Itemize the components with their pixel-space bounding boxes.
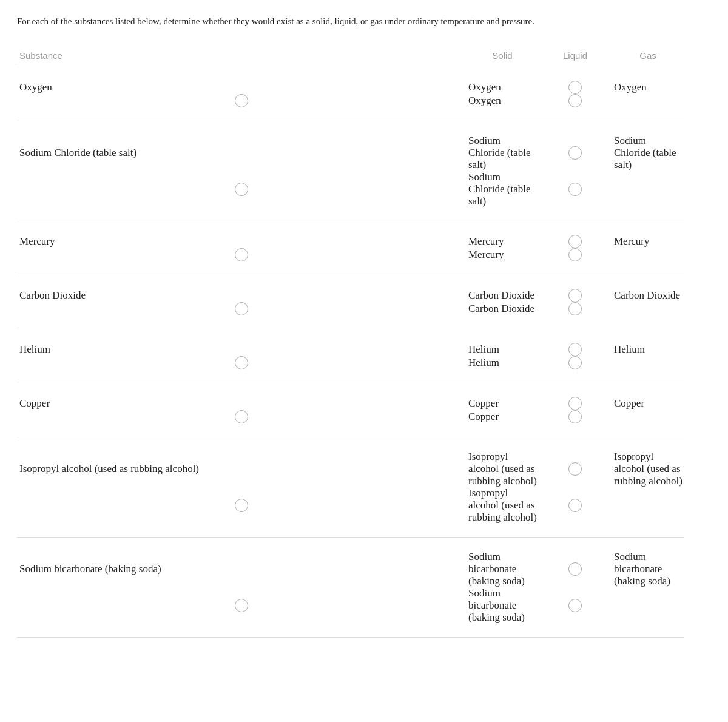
radio-cell-carbon-dioxide-liquid — [17, 302, 466, 315]
radio-cell-sodium-chloride-liquid — [17, 183, 466, 196]
radio-isopropyl-alcohol-gas[interactable] — [568, 499, 582, 512]
substance-name-sodium-bicarbonate: Sodium bicarbonate (baking soda) — [466, 587, 539, 624]
radio-cell-isopropyl-alcohol-liquid — [17, 499, 466, 512]
col-header-gas: Gas — [612, 50, 684, 61]
table-row-sodium-bicarbonate: Sodium bicarbonate (baking soda)Sodium b… — [17, 538, 684, 638]
radio-cell-helium-liquid — [17, 356, 466, 369]
radio-cell-copper-gas — [539, 410, 612, 423]
substance-name-mercury: Mercury — [17, 235, 466, 248]
substance-name-sodium-chloride: Sodium Chloride (table salt) — [466, 135, 539, 171]
table-header: Substance Solid Liquid Gas — [17, 46, 684, 67]
radio-carbon-dioxide-gas[interactable] — [568, 302, 582, 315]
table-row-mercury: MercuryMercuryMercuryMercury — [17, 221, 684, 275]
table-row-carbon-dioxide: Carbon DioxideCarbon DioxideCarbon Dioxi… — [17, 275, 684, 329]
substance-name-sodium-chloride: Sodium Chloride (table salt) — [466, 171, 539, 207]
substance-name-helium: Helium — [17, 343, 466, 356]
radio-cell-mercury-gas — [539, 248, 612, 261]
substance-name-oxygen: Oxygen — [466, 81, 539, 93]
radio-helium-gas[interactable] — [568, 356, 582, 369]
col-header-liquid: Liquid — [539, 50, 612, 61]
substance-name-isopropyl-alcohol: Isopropyl alcohol (used as rubbing alcoh… — [17, 463, 466, 475]
substance-name-copper: Copper — [466, 397, 539, 410]
substance-name-carbon-dioxide: Carbon Dioxide — [466, 289, 539, 302]
radio-cell-helium-solid — [539, 343, 612, 356]
radio-oxygen-gas[interactable] — [568, 94, 582, 107]
radio-cell-mercury-liquid — [17, 248, 466, 261]
radio-sodium-chloride-solid[interactable] — [568, 146, 582, 160]
radio-cell-isopropyl-alcohol-gas — [539, 499, 612, 512]
substance-name-isopropyl-alcohol: Isopropyl alcohol (used as rubbing alcoh… — [466, 487, 539, 524]
substance-name-sodium-chloride: Sodium Chloride (table salt) — [17, 147, 466, 159]
radio-carbon-dioxide-liquid[interactable] — [235, 302, 248, 315]
col-header-solid: Solid — [466, 50, 539, 61]
radio-sodium-chloride-liquid[interactable] — [235, 183, 248, 196]
radio-mercury-gas[interactable] — [568, 248, 582, 261]
radio-cell-oxygen-solid — [539, 81, 612, 94]
substance-name-isopropyl-alcohol: Isopropyl alcohol (used as rubbing alcoh… — [466, 451, 539, 487]
table-row-sodium-chloride: Sodium Chloride (table salt)Sodium Chlor… — [17, 121, 684, 221]
radio-copper-liquid[interactable] — [235, 410, 248, 423]
radio-copper-gas[interactable] — [568, 410, 582, 423]
table-row-copper: CopperCopperCopperCopper — [17, 383, 684, 437]
radio-cell-copper-solid — [539, 397, 612, 410]
substance-table: Substance Solid Liquid Gas OxygenOxygenO… — [17, 46, 684, 638]
substance-name-isopropyl-alcohol: Isopropyl alcohol (used as rubbing alcoh… — [612, 451, 684, 487]
substance-name-sodium-bicarbonate: Sodium bicarbonate (baking soda) — [17, 563, 466, 575]
table-row-isopropyl-alcohol: Isopropyl alcohol (used as rubbing alcoh… — [17, 437, 684, 538]
radio-cell-sodium-bicarbonate-gas — [539, 599, 612, 612]
radio-helium-solid[interactable] — [568, 343, 582, 356]
radio-helium-liquid[interactable] — [235, 356, 248, 369]
radio-cell-helium-gas — [539, 356, 612, 369]
radio-mercury-liquid[interactable] — [235, 248, 248, 261]
substance-name-carbon-dioxide: Carbon Dioxide — [17, 289, 466, 302]
radio-sodium-bicarbonate-gas[interactable] — [568, 599, 582, 612]
radio-cell-sodium-bicarbonate-liquid — [17, 599, 466, 612]
substance-name-copper: Copper — [612, 397, 684, 410]
substance-name-carbon-dioxide: Carbon Dioxide — [466, 303, 539, 315]
radio-sodium-bicarbonate-liquid[interactable] — [235, 599, 248, 612]
substance-name-oxygen: Oxygen — [17, 81, 466, 93]
substance-name-mercury: Mercury — [466, 235, 539, 248]
substance-name-copper: Copper — [17, 397, 466, 410]
substance-name-sodium-bicarbonate: Sodium bicarbonate (baking soda) — [466, 551, 539, 587]
substance-name-copper: Copper — [466, 411, 539, 423]
radio-isopropyl-alcohol-solid[interactable] — [568, 462, 582, 476]
radio-cell-carbon-dioxide-solid — [539, 289, 612, 302]
substance-name-sodium-bicarbonate: Sodium bicarbonate (baking soda) — [612, 551, 684, 587]
radio-sodium-bicarbonate-solid[interactable] — [568, 562, 582, 576]
radio-cell-sodium-chloride-solid — [539, 146, 612, 160]
radio-cell-sodium-bicarbonate-solid — [539, 562, 612, 576]
substance-name-helium: Helium — [612, 343, 684, 356]
substance-name-oxygen: Oxygen — [466, 95, 539, 107]
radio-oxygen-solid[interactable] — [568, 81, 582, 94]
substance-name-oxygen: Oxygen — [612, 81, 684, 93]
table-row-helium: HeliumHeliumHeliumHelium — [17, 329, 684, 383]
radio-mercury-solid[interactable] — [568, 235, 582, 248]
radio-cell-copper-liquid — [17, 410, 466, 423]
instructions-text: For each of the substances listed below,… — [17, 15, 563, 29]
substance-name-sodium-chloride: Sodium Chloride (table salt) — [612, 135, 684, 171]
radio-sodium-chloride-gas[interactable] — [568, 183, 582, 196]
substance-name-mercury: Mercury — [612, 235, 684, 248]
radio-oxygen-liquid[interactable] — [235, 94, 248, 107]
radio-cell-carbon-dioxide-gas — [539, 302, 612, 315]
radio-cell-oxygen-liquid — [17, 94, 466, 107]
radio-isopropyl-alcohol-liquid[interactable] — [235, 499, 248, 512]
radio-cell-oxygen-gas — [539, 94, 612, 107]
substance-name-mercury: Mercury — [466, 249, 539, 261]
radio-cell-mercury-solid — [539, 235, 612, 248]
substance-name-helium: Helium — [466, 357, 539, 369]
substance-name-helium: Helium — [466, 343, 539, 356]
radio-carbon-dioxide-solid[interactable] — [568, 289, 582, 302]
table-row-oxygen: OxygenOxygenOxygenOxygen — [17, 67, 684, 121]
radio-cell-sodium-chloride-gas — [539, 183, 612, 196]
col-header-substance: Substance — [17, 50, 466, 61]
radio-cell-isopropyl-alcohol-solid — [539, 462, 612, 476]
substance-name-carbon-dioxide: Carbon Dioxide — [612, 289, 684, 302]
table-body: OxygenOxygenOxygenOxygenSodium Chloride … — [17, 67, 684, 638]
radio-copper-solid[interactable] — [568, 397, 582, 410]
